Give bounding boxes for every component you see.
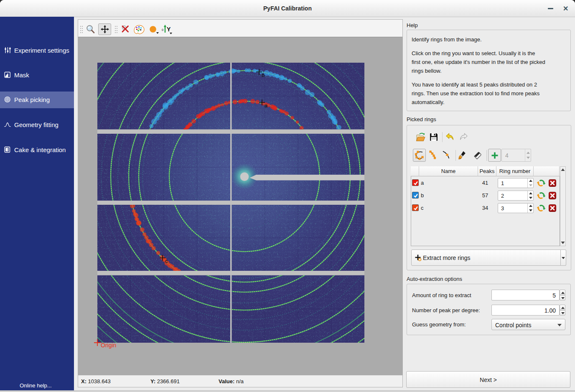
svg-text:c: c bbox=[165, 258, 168, 264]
svg-text:b: b bbox=[262, 72, 265, 78]
svg-text:Origin: Origin bbox=[101, 342, 116, 349]
svg-text:a: a bbox=[265, 102, 268, 109]
